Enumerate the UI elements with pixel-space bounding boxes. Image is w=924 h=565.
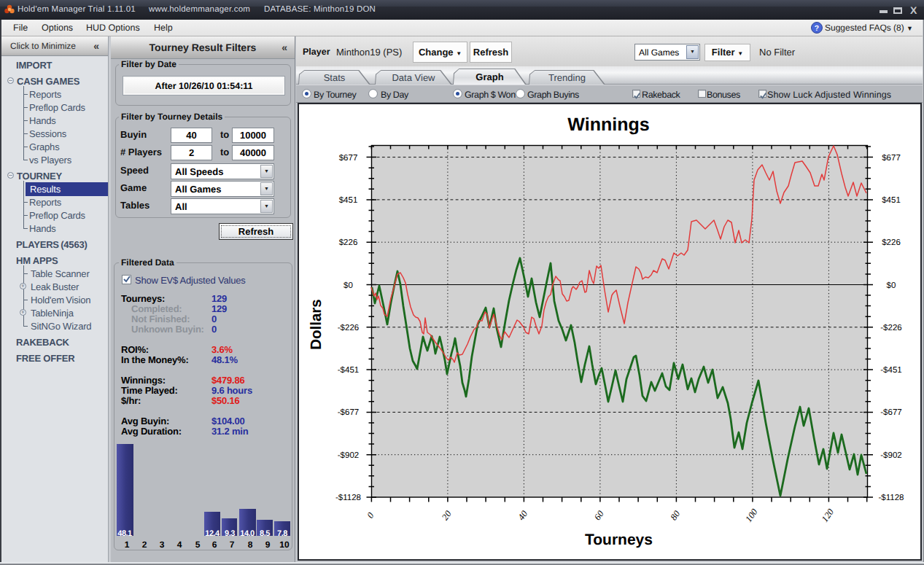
svg-text:Winnings: Winnings (567, 114, 649, 135)
svg-text:100: 100 (743, 507, 760, 524)
svg-text:-$226: -$226 (338, 324, 359, 332)
svg-text:20: 20 (440, 508, 454, 522)
svg-text:-$226: -$226 (880, 324, 901, 332)
svg-text:-$677: -$677 (338, 408, 359, 417)
svg-text:$226: $226 (339, 238, 358, 247)
svg-text:40: 40 (516, 508, 530, 522)
svg-text:120: 120 (820, 507, 836, 524)
svg-text:Tourneys: Tourneys (585, 531, 653, 548)
svg-text:$0: $0 (343, 281, 353, 290)
svg-text:-$677: -$677 (880, 408, 901, 417)
svg-text:-$902: -$902 (880, 451, 901, 460)
svg-text:$0: $0 (887, 281, 896, 290)
svg-text:0: 0 (365, 510, 376, 521)
svg-text:-$902: -$902 (338, 451, 359, 460)
svg-text:$451: $451 (339, 196, 358, 205)
svg-text:-$1128: -$1128 (335, 494, 361, 502)
svg-text:$677: $677 (882, 154, 901, 163)
svg-text:-$1128: -$1128 (879, 494, 904, 502)
svg-text:60: 60 (592, 508, 606, 522)
svg-text:-$451: -$451 (880, 366, 901, 375)
svg-text:$451: $451 (882, 196, 901, 205)
svg-text:80: 80 (669, 508, 683, 522)
svg-text:-$451: -$451 (338, 366, 359, 375)
svg-text:$677: $677 (339, 154, 358, 163)
svg-text:$226: $226 (882, 238, 901, 247)
svg-text:?: ? (815, 24, 820, 32)
svg-text:Dollars: Dollars (308, 299, 325, 350)
